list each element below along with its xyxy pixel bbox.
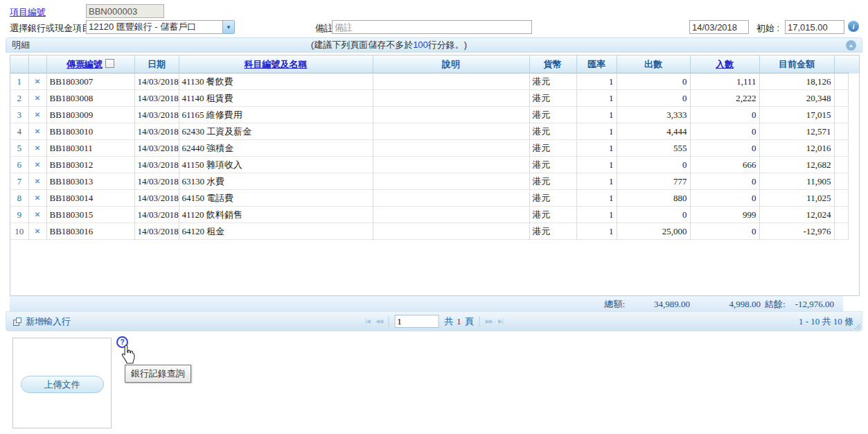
- cell-voucher[interactable]: BB1803016: [46, 223, 134, 240]
- cell-account[interactable]: 41140 租賃費: [179, 90, 373, 107]
- cell-currency[interactable]: 港元: [529, 207, 576, 223]
- cell-rate[interactable]: 1: [576, 73, 617, 90]
- initial-amount-input[interactable]: [785, 20, 844, 34]
- page-number-input[interactable]: [394, 315, 439, 328]
- cell-rate[interactable]: 1: [576, 90, 617, 107]
- cell-description[interactable]: [373, 223, 529, 240]
- delete-row-icon[interactable]: ✕: [28, 207, 46, 223]
- cell-date[interactable]: 14/03/2018: [134, 73, 179, 90]
- cell-voucher[interactable]: BB1803015: [46, 207, 134, 223]
- cell-rate[interactable]: 1: [576, 207, 617, 223]
- cell-out[interactable]: 777: [617, 173, 690, 190]
- cell-description[interactable]: [373, 157, 529, 173]
- bank-dropdown-button[interactable]: ▼: [222, 20, 235, 34]
- date-input[interactable]: [689, 20, 749, 34]
- cell-currency[interactable]: 港元: [529, 73, 576, 90]
- delete-row-icon[interactable]: ✕: [28, 123, 46, 140]
- cell-currency[interactable]: 港元: [529, 157, 576, 173]
- cell-in[interactable]: 999: [690, 207, 759, 223]
- cell-currency[interactable]: 港元: [529, 173, 576, 190]
- delete-row-icon[interactable]: ✕: [28, 107, 46, 123]
- sort-account-link[interactable]: 科目編號及名稱: [245, 59, 308, 69]
- upload-dropzone[interactable]: 上傳文件: [12, 338, 112, 428]
- cell-in[interactable]: 2,222: [690, 90, 759, 107]
- cell-in[interactable]: 0: [690, 140, 759, 157]
- cell-account[interactable]: 62430 工資及薪金: [179, 123, 373, 140]
- cell-voucher[interactable]: BB1803007: [46, 73, 134, 90]
- last-page-icon[interactable]: ▶|: [498, 318, 503, 324]
- cell-in[interactable]: 0: [690, 173, 759, 190]
- cell-date[interactable]: 14/03/2018: [134, 123, 179, 140]
- cell-rate[interactable]: 1: [576, 173, 617, 190]
- cell-in[interactable]: 0: [690, 123, 759, 140]
- cell-date[interactable]: 14/03/2018: [134, 207, 179, 223]
- cell-account[interactable]: 41150 雜項收入: [179, 157, 373, 173]
- cell-out[interactable]: 0: [617, 73, 690, 90]
- info-icon[interactable]: i: [848, 21, 859, 32]
- cell-account[interactable]: 63130 水費: [179, 173, 373, 190]
- cell-currency[interactable]: 港元: [529, 90, 576, 107]
- cell-in[interactable]: 666: [690, 157, 759, 173]
- cell-currency[interactable]: 港元: [529, 190, 576, 207]
- cell-voucher[interactable]: BB1803009: [46, 107, 134, 123]
- cell-description[interactable]: [373, 107, 529, 123]
- cell-account[interactable]: 41130 餐飲費: [179, 73, 373, 90]
- cell-rate[interactable]: 1: [576, 190, 617, 207]
- cell-out[interactable]: 0: [617, 207, 690, 223]
- cell-description[interactable]: [373, 73, 529, 90]
- cell-out[interactable]: 3,333: [617, 107, 690, 123]
- delete-row-icon[interactable]: ✕: [28, 173, 46, 190]
- select-all-checkbox[interactable]: [105, 59, 114, 68]
- cell-description[interactable]: [373, 90, 529, 107]
- cell-account[interactable]: 64120 租金: [179, 223, 373, 240]
- cell-currency[interactable]: 港元: [529, 123, 576, 140]
- upload-file-button[interactable]: 上傳文件: [21, 376, 104, 393]
- cell-rate[interactable]: 1: [576, 123, 617, 140]
- cell-date[interactable]: 14/03/2018: [134, 90, 179, 107]
- delete-row-icon[interactable]: ✕: [28, 140, 46, 157]
- cell-in[interactable]: 0: [690, 223, 759, 240]
- cell-date[interactable]: 14/03/2018: [134, 140, 179, 157]
- cell-in[interactable]: 0: [690, 190, 759, 207]
- cell-currency[interactable]: 港元: [529, 223, 576, 240]
- cell-out[interactable]: 25,000: [617, 223, 690, 240]
- delete-row-icon[interactable]: ✕: [28, 157, 46, 173]
- first-page-icon[interactable]: |◀: [365, 318, 370, 324]
- cell-account[interactable]: 61165 維修費用: [179, 107, 373, 123]
- cell-out[interactable]: 0: [617, 157, 690, 173]
- cell-account[interactable]: 64150 電話費: [179, 190, 373, 207]
- cell-description[interactable]: [373, 140, 529, 157]
- cell-voucher[interactable]: BB1803013: [46, 173, 134, 190]
- cell-voucher[interactable]: BB1803010: [46, 123, 134, 140]
- cell-currency[interactable]: 港元: [529, 107, 576, 123]
- cell-rate[interactable]: 1: [576, 107, 617, 123]
- cell-voucher[interactable]: BB1803014: [46, 190, 134, 207]
- cell-currency[interactable]: 港元: [529, 140, 576, 157]
- cell-account[interactable]: 41120 飲料銷售: [179, 207, 373, 223]
- sort-voucher-link[interactable]: 傳票編號: [67, 59, 103, 69]
- delete-row-icon[interactable]: ✕: [28, 90, 46, 107]
- delete-row-icon[interactable]: ✕: [28, 73, 46, 90]
- delete-row-icon[interactable]: ✕: [28, 223, 46, 240]
- prev-page-icon[interactable]: ◀◀: [375, 318, 382, 324]
- cell-out[interactable]: 0: [617, 90, 690, 107]
- cell-description[interactable]: [373, 173, 529, 190]
- cell-date[interactable]: 14/03/2018: [134, 190, 179, 207]
- project-number-link[interactable]: 項目編號: [10, 6, 46, 19]
- bank-select-input[interactable]: [86, 20, 223, 34]
- cell-rate[interactable]: 1: [576, 223, 617, 240]
- delete-row-icon[interactable]: ✕: [28, 190, 46, 207]
- cell-voucher[interactable]: BB1803012: [46, 157, 134, 173]
- cell-date[interactable]: 14/03/2018: [134, 157, 179, 173]
- next-page-icon[interactable]: ▶▶: [486, 318, 493, 324]
- collapse-panel-button[interactable]: ▲: [846, 40, 856, 51]
- cell-date[interactable]: 14/03/2018: [134, 223, 179, 240]
- cell-voucher[interactable]: BB1803011: [46, 140, 134, 157]
- cell-description[interactable]: [373, 123, 529, 140]
- cell-out[interactable]: 880: [617, 190, 690, 207]
- cell-rate[interactable]: 1: [576, 140, 617, 157]
- cell-voucher[interactable]: BB1803008: [46, 90, 134, 107]
- help-icon[interactable]: ?: [116, 336, 128, 348]
- cell-rate[interactable]: 1: [576, 157, 617, 173]
- cell-out[interactable]: 555: [617, 140, 690, 157]
